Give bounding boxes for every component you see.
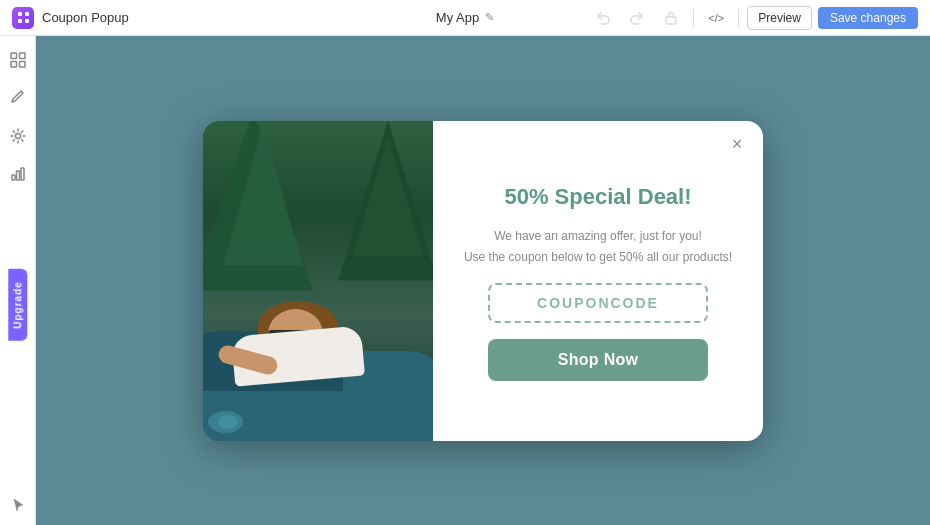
undo-button[interactable]	[589, 4, 617, 32]
topbar-title: Coupon Popup	[42, 10, 129, 25]
divider2	[738, 9, 739, 27]
sidebar-icon-gear[interactable]	[4, 122, 32, 150]
popup-headline: 50% Special Deal!	[504, 184, 691, 210]
svg-rect-11	[16, 171, 19, 180]
svg-rect-0	[18, 12, 22, 16]
topbar-center: My App ✎	[436, 10, 494, 25]
sidebar-icon-grid[interactable]	[4, 46, 32, 74]
popup-card: × 50% Special Deal! We have an amazing o…	[203, 121, 763, 441]
lock-button[interactable]	[657, 4, 685, 32]
app-name-label: My App	[436, 10, 479, 25]
canvas: × 50% Special Deal! We have an amazing o…	[36, 36, 930, 525]
popup-image	[203, 121, 433, 441]
cursor-icon	[10, 497, 26, 517]
save-button[interactable]: Save changes	[818, 7, 918, 29]
topbar: Coupon Popup My App ✎ </>	[0, 0, 930, 36]
svg-rect-7	[11, 62, 17, 68]
upgrade-tab[interactable]: Upgrade	[8, 269, 27, 341]
svg-rect-5	[11, 53, 17, 59]
svg-rect-8	[19, 62, 25, 68]
svg-rect-12	[21, 168, 24, 180]
topbar-left: Coupon Popup	[12, 7, 129, 29]
app-icon	[12, 7, 34, 29]
popup-content: × 50% Special Deal! We have an amazing o…	[433, 121, 763, 441]
divider	[693, 9, 694, 27]
svg-rect-4	[666, 17, 676, 24]
topbar-right: </> Preview Save changes	[589, 4, 918, 32]
svg-rect-2	[18, 19, 22, 23]
code-button[interactable]: </>	[702, 4, 730, 32]
preview-button[interactable]: Preview	[747, 6, 812, 30]
shop-now-button[interactable]: Shop Now	[488, 339, 708, 381]
edit-app-name-icon[interactable]: ✎	[485, 11, 494, 24]
svg-rect-3	[25, 19, 29, 23]
svg-rect-10	[12, 175, 15, 180]
popup-subtext-line1: We have an amazing offer, just for you!	[464, 226, 732, 246]
svg-point-9	[15, 134, 20, 139]
redo-button[interactable]	[623, 4, 651, 32]
close-button[interactable]: ×	[725, 133, 749, 157]
sidebar-icon-pen[interactable]	[4, 84, 32, 112]
popup-subtext: We have an amazing offer, just for you! …	[464, 226, 732, 267]
sidebar-icon-chart[interactable]	[4, 160, 32, 188]
coupon-code-box[interactable]: COUPONCODE	[488, 283, 708, 323]
svg-rect-1	[25, 12, 29, 16]
svg-rect-6	[19, 53, 25, 59]
popup-subtext-line2: Use the coupon below to get 50% all our …	[464, 247, 732, 267]
